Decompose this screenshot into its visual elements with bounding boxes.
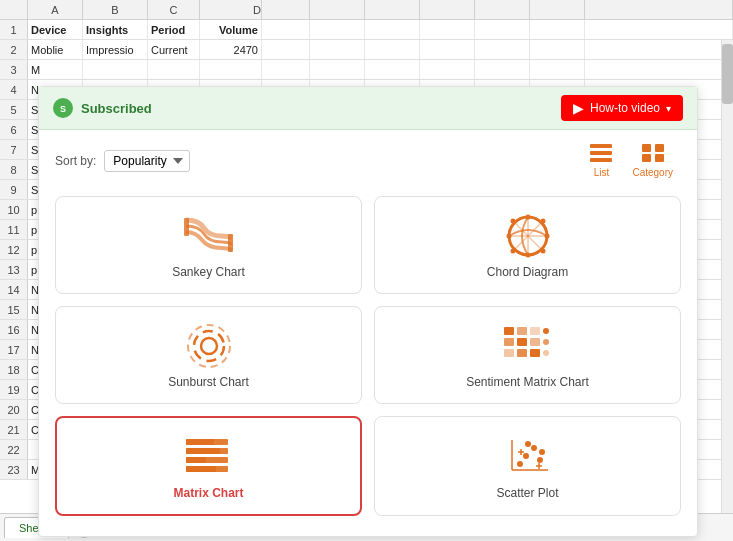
list-view-label: List <box>594 167 610 178</box>
svg-point-22 <box>510 219 515 224</box>
svg-point-18 <box>525 253 530 258</box>
col-header-e <box>262 0 310 19</box>
sentiment-matrix-chart-card[interactable]: Sentiment Matrix Chart <box>374 306 681 404</box>
matrix-chart-card[interactable]: Matrix Chart <box>55 416 362 516</box>
svg-rect-33 <box>504 349 514 357</box>
svg-rect-46 <box>186 466 216 472</box>
svg-point-37 <box>543 339 549 345</box>
matrix-chart-icon <box>183 436 235 478</box>
sankey-chart-card[interactable]: Sankey Chart <box>55 196 362 294</box>
chord-chart-card[interactable]: Chord Diagram <box>374 196 681 294</box>
svg-point-52 <box>537 457 543 463</box>
sort-select[interactable]: Popularity Name Category <box>104 150 190 172</box>
svg-rect-6 <box>655 144 664 152</box>
column-headers: A B C D <box>0 0 733 20</box>
spreadsheet: A B C D 1 Device Insights Period Volume <box>0 0 733 541</box>
svg-rect-30 <box>504 338 514 346</box>
sentiment-matrix-label: Sentiment Matrix Chart <box>466 375 589 389</box>
table-row: 2 Moblie Impressio Current 2470 <box>0 40 733 60</box>
svg-rect-8 <box>655 154 664 162</box>
scrollbar-thumb[interactable] <box>722 44 733 104</box>
scatter-plot-icon <box>502 436 554 478</box>
svg-rect-40 <box>186 439 214 445</box>
chord-diagram-label: Chord Diagram <box>487 265 568 279</box>
svg-rect-27 <box>504 327 514 335</box>
col-header-g <box>365 0 420 19</box>
svg-text:S: S <box>60 104 66 114</box>
youtube-icon: ▶ <box>573 100 584 116</box>
subscribed-bar: S Subscribed ▶ How-to video ▾ <box>39 87 697 130</box>
matrix-chart-label: Matrix Chart <box>173 486 243 500</box>
svg-rect-42 <box>186 448 220 454</box>
col-header-i <box>475 0 530 19</box>
insights-panel: S Subscribed ▶ How-to video ▾ Sort by: P… <box>38 86 698 537</box>
svg-point-16 <box>525 215 530 220</box>
svg-point-53 <box>525 441 531 447</box>
svg-rect-9 <box>184 218 189 236</box>
list-icon <box>590 144 612 165</box>
col-header-a: A <box>28 0 83 19</box>
col-header-h <box>420 0 475 19</box>
col-header-f <box>310 0 365 19</box>
svg-point-54 <box>539 449 545 455</box>
svg-rect-35 <box>530 349 540 357</box>
svg-point-50 <box>523 453 529 459</box>
category-icon <box>642 144 664 165</box>
svg-rect-32 <box>530 338 540 346</box>
scrollbar[interactable] <box>721 40 733 521</box>
col-header-j <box>530 0 585 19</box>
scatter-plot-card[interactable]: Scatter Plot <box>374 416 681 516</box>
svg-rect-4 <box>590 158 612 162</box>
svg-rect-28 <box>517 327 527 335</box>
sunburst-chart-card[interactable]: Sunburst Chart <box>55 306 362 404</box>
chart-grid: Sankey Chart <box>39 188 697 524</box>
svg-point-20 <box>540 219 545 224</box>
corner-cell <box>0 0 28 19</box>
svg-rect-10 <box>228 234 233 252</box>
sunburst-chart-label: Sunburst Chart <box>168 375 249 389</box>
how-to-video-button[interactable]: ▶ How-to video ▾ <box>561 95 683 121</box>
svg-point-51 <box>531 445 537 451</box>
svg-point-21 <box>540 249 545 254</box>
col-header-c: C <box>148 0 200 19</box>
svg-rect-34 <box>517 349 527 357</box>
svg-point-23 <box>510 249 515 254</box>
svg-rect-2 <box>590 144 612 148</box>
col-header-d: D <box>200 0 262 19</box>
svg-rect-5 <box>642 144 651 152</box>
svg-point-25 <box>194 331 224 361</box>
chord-icon <box>502 215 554 257</box>
svg-rect-31 <box>517 338 527 346</box>
chevron-down-icon: ▾ <box>666 103 671 114</box>
sankey-icon <box>183 215 235 257</box>
svg-rect-7 <box>642 154 651 162</box>
sort-label: Sort by: <box>55 154 96 168</box>
svg-point-19 <box>506 234 511 239</box>
sort-row: Sort by: Popularity Name Category <box>39 130 697 188</box>
list-view-button[interactable]: List <box>582 140 620 182</box>
table-row: 1 Device Insights Period Volume <box>0 20 733 40</box>
svg-point-38 <box>543 350 549 356</box>
svg-rect-3 <box>590 151 612 155</box>
table-row: 3M <box>0 60 733 80</box>
scatter-plot-label: Scatter Plot <box>496 486 558 500</box>
svg-point-36 <box>543 328 549 334</box>
view-icons: List Category <box>582 140 681 182</box>
col-header-k <box>585 0 733 19</box>
sentiment-matrix-icon <box>502 325 554 367</box>
svg-point-17 <box>544 234 549 239</box>
category-view-label: Category <box>632 167 673 178</box>
svg-rect-44 <box>186 457 206 463</box>
category-view-button[interactable]: Category <box>624 140 681 182</box>
sankey-chart-label: Sankey Chart <box>172 265 245 279</box>
how-to-label: How-to video <box>590 101 660 115</box>
subscribed-label: Subscribed <box>81 101 152 116</box>
col-header-b: B <box>83 0 148 19</box>
sunburst-icon <box>183 325 235 367</box>
svg-point-49 <box>517 461 523 467</box>
subscribed-icon: S <box>53 98 73 118</box>
svg-point-24 <box>201 338 217 354</box>
svg-rect-29 <box>530 327 540 335</box>
